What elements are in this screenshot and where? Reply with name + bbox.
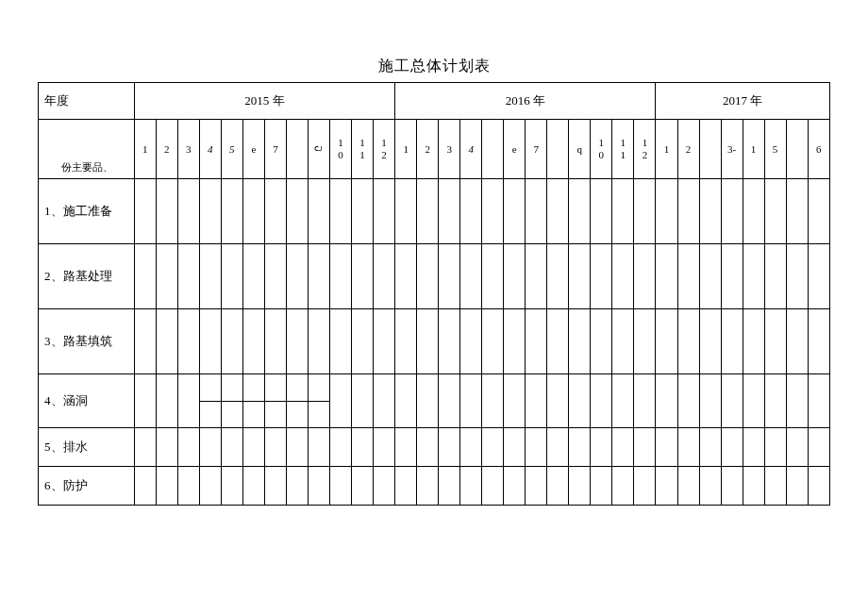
m2016-6: e [504, 120, 526, 179]
m2015-10: 10 [329, 120, 351, 179]
m2015-11: 11 [351, 120, 373, 179]
row-label-3: 3、路基填筑 [39, 309, 135, 374]
row-label-2: 2、路基处理 [39, 244, 135, 309]
m2016-1: 1 [395, 120, 417, 179]
m2016-3: 3 [439, 120, 460, 179]
m2015-3: 3 [177, 120, 199, 179]
m2015-4: 4 [199, 120, 221, 179]
m2016-10: 10 [591, 120, 612, 179]
cell-year-2016: 2016 年 [395, 83, 656, 120]
m2016-11: 11 [612, 120, 634, 179]
cell-year-2015: 2015 年 [134, 83, 394, 120]
cell-year-2017: 2017 年 [656, 83, 830, 120]
m2017-2: 2 [677, 120, 699, 179]
m2016-12: 12 [634, 120, 656, 179]
m2015-1: 1 [134, 120, 156, 179]
m2017-8: 6 [808, 120, 829, 179]
m2015-2: 2 [156, 120, 177, 179]
row-label-5: 5、排水 [39, 428, 135, 467]
row-label-6: 6、防护 [39, 467, 135, 506]
m2015-7: 7 [264, 120, 286, 179]
row-label-1: 1、施工准备 [39, 179, 135, 244]
cell-year-label: 年度 [39, 83, 135, 120]
m2017-1: 1 [656, 120, 677, 179]
m2015-6: e [242, 120, 264, 179]
schedule-table: 年度 2015 年 2016 年 2017 年 份主要品、 1 2 3 4 5 … [38, 82, 830, 506]
m2017-5: 1 [743, 120, 764, 179]
row-label-4: 4、涵洞 [39, 374, 135, 428]
m2017-3 [699, 120, 721, 179]
cell-month-label: 份主要品、 [39, 120, 135, 179]
m2016-4: 4 [460, 120, 482, 179]
m2016-2: 2 [417, 120, 439, 179]
page-title: 施工总体计划表 [38, 57, 830, 76]
m2017-4: 3- [721, 120, 743, 179]
m2016-7: 7 [526, 120, 547, 179]
m2015-9: ᴄᴊ [308, 120, 329, 179]
m2017-6: 5 [764, 120, 786, 179]
m2015-8 [286, 120, 308, 179]
m2016-8 [547, 120, 569, 179]
m2015-5: 5 [221, 120, 242, 179]
m2015-12: 12 [373, 120, 394, 179]
m2017-7 [786, 120, 808, 179]
m2016-9: q [569, 120, 591, 179]
m2016-5 [482, 120, 504, 179]
